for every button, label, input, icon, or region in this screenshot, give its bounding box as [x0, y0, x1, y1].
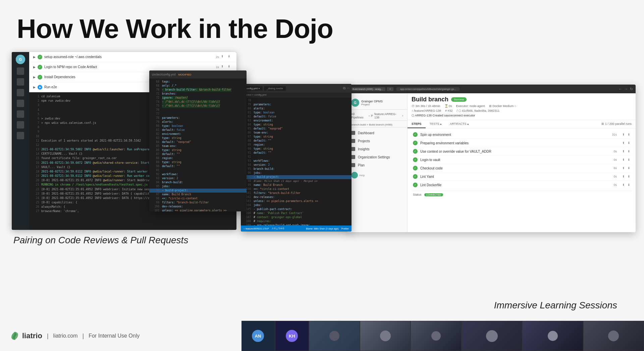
- liatrio-leaf-icon: [10, 331, 19, 341]
- step-share-vault-addr[interactable]: ⬆: [622, 150, 625, 153]
- liatrio-name: liatrio: [22, 332, 42, 340]
- step-label-checkout: Checkout code: [420, 166, 611, 170]
- commit-hash: / ⬡ 41cf666, 8ade48a, 3982311: [457, 109, 500, 112]
- cc-step-lint-dockerfile[interactable]: ✓ Lint Dockerfile 0s ⬆ ⬇: [412, 181, 632, 189]
- nav-dashboard[interactable]: Dashboard: [347, 129, 407, 137]
- video-participant-5: [411, 321, 462, 351]
- cc-step-lint-yaml[interactable]: ✓ Lint Yaml 0s ⬆ ⬇: [412, 172, 632, 181]
- nav-org-settings[interactable]: Organization Settings: [347, 153, 407, 161]
- build-duration: ⏱ 3m 36s / 1h 48min: [412, 104, 440, 108]
- org-name: Grainger OPMS Project: [361, 100, 383, 106]
- step-download-spin-up[interactable]: ⬇: [628, 133, 630, 136]
- step-icon-login-vault: ✓: [413, 157, 418, 162]
- footer-divider-1: |: [47, 333, 49, 340]
- browser-tab-2[interactable]: +: [387, 87, 393, 91]
- user-avatar: [351, 172, 358, 179]
- status-label: Status: [413, 193, 422, 196]
- circleci-topbar: Build branch (#490) - wraig... + app.cir…: [347, 85, 636, 93]
- step-share-lint-yaml[interactable]: ⬆: [622, 175, 625, 178]
- step-download-prepare-env[interactable]: ⬇: [628, 141, 630, 145]
- back-icon[interactable]: ←: [619, 87, 622, 91]
- step-share-lint-dockerfile[interactable]: ⬆: [622, 183, 625, 187]
- build-queued: ⏳ 0s: [444, 104, 452, 108]
- step-share-spin-up[interactable]: ⬆: [622, 133, 625, 136]
- center-tab-dialog[interactable]: _dialog.svelte: [264, 86, 286, 91]
- step-download-login-vault[interactable]: ⬇: [628, 158, 630, 161]
- vscode-status-bar: ⑃ feature/ARREG-179-P ⚠ 0 △ 5 A G Blame:…: [241, 225, 352, 232]
- step-share-checkout[interactable]: ⬆: [622, 166, 625, 170]
- browser-tab-1[interactable]: Build branch (#490) - wraig...: [350, 87, 385, 91]
- pipeline-num: P: [371, 114, 373, 117]
- step-time-1: 2s: [216, 55, 219, 59]
- cc-step-spin-up[interactable]: ✓ Spin up environment 31s ⬆ ⬇: [412, 131, 632, 139]
- address-bar[interactable]: app.circleci.com/pipelines/bitbucket/sit…: [396, 87, 460, 91]
- forward-icon[interactable]: →: [624, 87, 628, 91]
- tab-artifacts[interactable]: ARTIFACTS ▴: [446, 120, 473, 128]
- more-icon[interactable]: ···: [347, 86, 350, 90]
- step-share-login-vault[interactable]: ⬆: [622, 158, 625, 161]
- step-label-prepare-env: Preparing environment variables: [420, 141, 614, 145]
- step-download-checkout[interactable]: ⬇: [628, 166, 630, 170]
- share-icon-1[interactable]: ⬆: [221, 55, 226, 59]
- step-download-lint-dockerfile[interactable]: ⬇: [628, 183, 630, 187]
- nav-projects-label: Projects: [358, 139, 370, 143]
- build-title-area: Build branch Success ⏱ 3m 36s / 1h 48min…: [408, 93, 636, 120]
- step-label-vault-addr: Use context or override value for VAULT_…: [420, 150, 611, 153]
- bottom-status-row: Status CONNECTED: [412, 191, 632, 198]
- share-icon-2[interactable]: ⬆: [221, 65, 226, 69]
- tab-tests[interactable]: TESTS ▴: [426, 120, 446, 128]
- vscode-tab-bar: circleci/config.yml MODIFIED: [149, 70, 247, 79]
- branch-label: feature:ARREG-138: [374, 112, 401, 119]
- branch-arrow: ›: [402, 114, 403, 117]
- error-count: ⚠ 0 △ 5 A G: [272, 227, 284, 230]
- page-title: How We Work in the Dojo: [17, 13, 333, 44]
- step-check-3: ✓: [38, 75, 42, 80]
- step-check-2: ✓: [38, 65, 42, 69]
- step-time-checkout: 6s: [613, 166, 617, 170]
- nav-user: Help: [347, 169, 407, 181]
- video-participants-bar: AN KH: [241, 321, 644, 351]
- bottom-right-label: Immersive Learning Sessions: [494, 300, 617, 311]
- cc-step-checkout[interactable]: ✓ Checkout code 6s ⬆ ⬇: [412, 164, 632, 172]
- ci-sidebar: G: [12, 52, 29, 230]
- circleci-nav-sidebar: G Grainger OPMS Project All Pipelines › …: [347, 93, 408, 232]
- tab-steps[interactable]: STEPS: [408, 120, 426, 128]
- step-download-lint-yaml[interactable]: ⬇: [628, 175, 630, 178]
- step-arrow-2: ▶: [33, 65, 36, 69]
- refresh-icon[interactable]: ↻: [630, 87, 633, 91]
- vscode-toolbar: ⧉ ···: [343, 86, 350, 90]
- liatrio-logo: liatrio: [10, 331, 42, 341]
- step-download-vault-addr[interactable]: ⬇: [628, 150, 630, 153]
- step-arrow-3: ▶: [33, 76, 36, 79]
- footer-divider-2: |: [83, 333, 84, 340]
- cc-step-prepare-env[interactable]: ✓ Preparing environment variables ⬆ ⬇: [412, 139, 632, 147]
- step-icon-spin-up: ✓: [413, 132, 418, 137]
- cc-steps-list: ✓ Spin up environment 31s ⬆ ⬇ ✓ Preparin…: [408, 129, 636, 224]
- ci-step-row[interactable]: ▶ ✓ setup assumed-role ~/.aws credential…: [29, 52, 236, 62]
- center-code-area: 78 79parameters: 80 alerts: 81 type: boo…: [241, 97, 352, 228]
- step-label-login-vault: Login to vault: [420, 158, 611, 162]
- download-icon-2[interactable]: ⬇: [228, 65, 232, 69]
- nav-insights[interactable]: Insights: [347, 145, 407, 153]
- step-label-lint-yaml: Lint Yaml: [420, 175, 611, 179]
- nav-org-settings-label: Organization Settings: [358, 155, 390, 159]
- step-share-prepare-env[interactable]: ⬆: [622, 141, 625, 145]
- download-icon-1[interactable]: ⬇: [228, 55, 232, 59]
- pr-number: # #32: [445, 109, 453, 112]
- build-parallelism: ⊞ Docker Medium ○: [489, 104, 516, 108]
- split-icon[interactable]: ⧉: [343, 86, 345, 90]
- nav-plan[interactable]: Plan: [347, 161, 407, 169]
- help-label: Help: [359, 174, 365, 177]
- step-text-2: Login to NPM repo on Code Artifact: [44, 65, 214, 69]
- premier-label: Prettier: [341, 228, 349, 230]
- step-icon-checkout: ✓: [413, 166, 418, 170]
- nav-projects[interactable]: Projects: [347, 137, 407, 145]
- step-time-spin-up: 31s: [612, 133, 617, 136]
- cc-step-vault-addr[interactable]: ✓ Use context or override value for VAUL…: [412, 147, 632, 156]
- center-breadcrumb: circled > config.yml: [241, 93, 352, 97]
- cc-step-login-vault[interactable]: ✓ Login to vault 0s ⬆ ⬇: [412, 156, 632, 164]
- step-text-1: setup assumed-role ~/.aws credentials: [44, 55, 214, 59]
- footer-website: liatrio.com: [53, 333, 78, 339]
- branch-name: ⑃ feature/ARREG-138: [412, 109, 441, 112]
- step-time-lint-dockerfile: 0s: [613, 183, 617, 187]
